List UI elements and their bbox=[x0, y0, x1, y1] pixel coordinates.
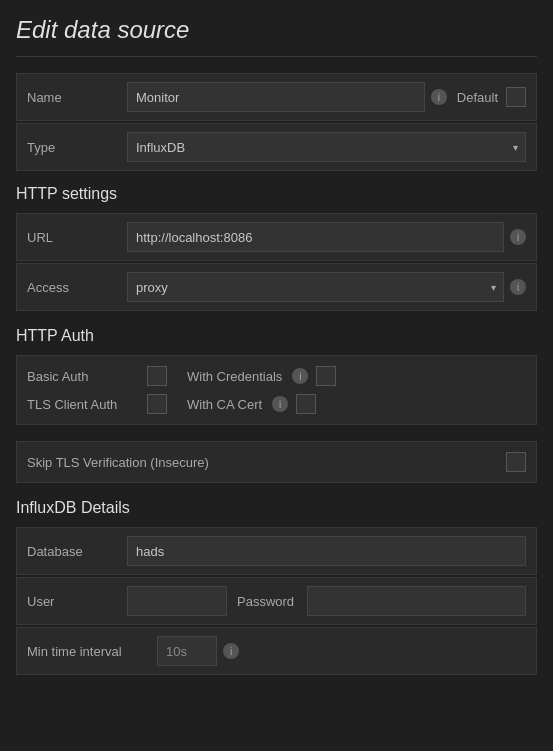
min-time-row: Min time interval i bbox=[16, 627, 537, 675]
page-container: Edit data source Name i Default Type Inf… bbox=[0, 0, 553, 705]
min-time-label: Min time interval bbox=[27, 644, 157, 659]
with-credentials-group: With Credentials i bbox=[187, 366, 526, 386]
default-row: Default bbox=[457, 87, 526, 107]
type-select[interactable]: InfluxDBPrometheusGraphiteOpenTSDB bbox=[127, 132, 526, 162]
with-ca-cert-checkbox[interactable] bbox=[296, 394, 316, 414]
http-auth-section: HTTP Auth Basic Auth With Credentials i … bbox=[16, 327, 537, 425]
name-input[interactable] bbox=[127, 82, 425, 112]
name-info-icon[interactable]: i bbox=[431, 89, 447, 105]
skip-tls-checkbox[interactable] bbox=[506, 452, 526, 472]
with-credentials-label: With Credentials bbox=[187, 369, 282, 384]
http-settings-title: HTTP settings bbox=[16, 185, 537, 203]
skip-tls-label: Skip TLS Verification (Insecure) bbox=[27, 455, 506, 470]
influxdb-title: InfluxDB Details bbox=[16, 499, 537, 517]
user-password-row: User Password bbox=[16, 577, 537, 625]
access-select-wrapper: proxydirect ▾ bbox=[127, 272, 504, 302]
with-credentials-info-icon[interactable]: i bbox=[292, 368, 308, 384]
database-label: Database bbox=[27, 544, 127, 559]
type-row: Type InfluxDBPrometheusGraphiteOpenTSDB … bbox=[16, 123, 537, 171]
type-select-wrapper: InfluxDBPrometheusGraphiteOpenTSDB ▾ bbox=[127, 132, 526, 162]
name-label: Name bbox=[27, 90, 127, 105]
url-info-icon[interactable]: i bbox=[510, 229, 526, 245]
default-label: Default bbox=[457, 90, 498, 105]
basic-auth-label: Basic Auth bbox=[27, 369, 147, 384]
min-time-info-icon[interactable]: i bbox=[223, 643, 239, 659]
with-ca-cert-group: With CA Cert i bbox=[187, 394, 526, 414]
password-label: Password bbox=[227, 594, 307, 609]
auth-grid: Basic Auth With Credentials i TLS Client… bbox=[16, 355, 537, 425]
http-auth-title: HTTP Auth bbox=[16, 327, 537, 345]
basic-auth-row: Basic Auth With Credentials i bbox=[27, 366, 526, 386]
password-input[interactable] bbox=[307, 586, 526, 616]
page-title: Edit data source bbox=[16, 16, 537, 44]
with-ca-cert-info-icon[interactable]: i bbox=[272, 396, 288, 412]
default-checkbox[interactable] bbox=[506, 87, 526, 107]
url-row: URL i bbox=[16, 213, 537, 261]
http-settings-section: HTTP settings URL i Access proxydirect ▾… bbox=[16, 185, 537, 311]
basic-auth-checkbox[interactable] bbox=[147, 366, 167, 386]
tls-auth-label: TLS Client Auth bbox=[27, 397, 147, 412]
access-label: Access bbox=[27, 280, 127, 295]
with-ca-cert-label: With CA Cert bbox=[187, 397, 262, 412]
url-label: URL bbox=[27, 230, 127, 245]
database-row: Database bbox=[16, 527, 537, 575]
influxdb-section: InfluxDB Details Database User Password … bbox=[16, 499, 537, 675]
url-input[interactable] bbox=[127, 222, 504, 252]
access-info-icon[interactable]: i bbox=[510, 279, 526, 295]
with-credentials-checkbox[interactable] bbox=[316, 366, 336, 386]
name-row: Name i Default bbox=[16, 73, 537, 121]
tls-auth-row: TLS Client Auth With CA Cert i bbox=[27, 394, 526, 414]
access-row: Access proxydirect ▾ i bbox=[16, 263, 537, 311]
min-time-input[interactable] bbox=[157, 636, 217, 666]
divider bbox=[16, 56, 537, 57]
tls-auth-checkbox[interactable] bbox=[147, 394, 167, 414]
access-select[interactable]: proxydirect bbox=[127, 272, 504, 302]
user-label: User bbox=[27, 594, 127, 609]
url-input-wrapper: i bbox=[127, 222, 526, 252]
type-label: Type bbox=[27, 140, 127, 155]
skip-tls-row: Skip TLS Verification (Insecure) bbox=[16, 441, 537, 483]
name-input-group: i bbox=[127, 82, 447, 112]
user-input[interactable] bbox=[127, 586, 227, 616]
database-input[interactable] bbox=[127, 536, 526, 566]
